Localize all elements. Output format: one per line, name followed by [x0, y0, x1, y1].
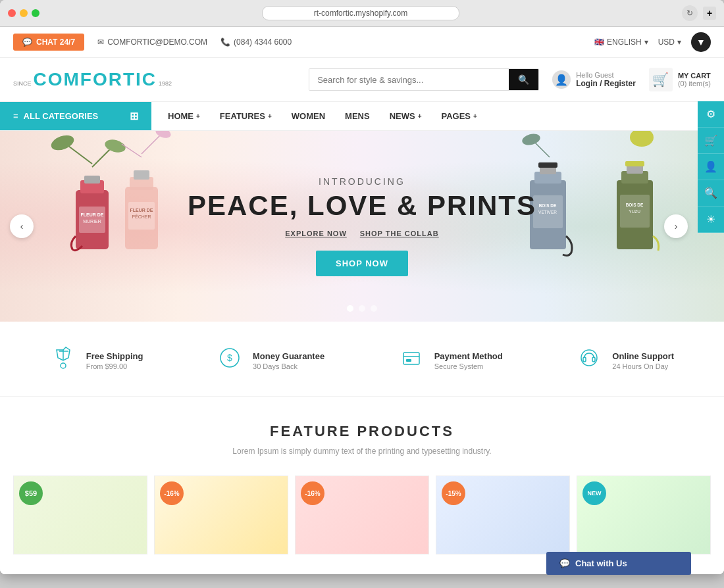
product-card-3[interactable]: -16% — [295, 476, 429, 554]
product-card-4[interactable]: -15% — [436, 476, 570, 554]
grid-icon: ⊞ — [130, 110, 138, 122]
nav-item-women[interactable]: WOMEN — [282, 103, 335, 129]
email-icon: ✉ — [97, 37, 104, 47]
svg-rect-35 — [625, 161, 644, 166]
minimize-button[interactable] — [20, 9, 28, 17]
sidebar-search-icon[interactable]: 🔍 — [698, 180, 724, 207]
nav-item-news[interactable]: NEWS + — [380, 103, 432, 129]
logo-year: 1982 — [159, 80, 172, 87]
features-dropdown-icon: + — [268, 112, 272, 120]
chat-widget[interactable]: 💬 Chat with Us — [546, 552, 691, 575]
svg-rect-46 — [583, 357, 586, 362]
email-text: COMFORTIC@DEMO.COM — [107, 37, 207, 47]
home-dropdown-icon: + — [196, 112, 200, 120]
explore-now-link[interactable]: EXPLORE NOW — [285, 230, 347, 237]
chat-button[interactable]: 💬 CHAT 24/7 — [13, 34, 84, 51]
hero-content: INTRODUCING PEACE, LOVE & PRINTS EXPLORE… — [188, 176, 536, 276]
all-categories-button[interactable]: ≡ ALL CATEGORIES ⊞ — [0, 102, 151, 130]
shop-now-button[interactable]: SHOP NOW — [316, 251, 408, 276]
search-input[interactable] — [309, 69, 509, 90]
news-dropdown-icon: + — [418, 112, 422, 120]
products-subtitle: Lorem Ipsum is simply dummy text of the … — [13, 447, 711, 456]
phone-icon: 📞 — [220, 37, 230, 47]
refresh-button[interactable]: ↻ — [682, 5, 698, 21]
product-card-2[interactable]: -16% — [154, 476, 288, 554]
user-greeting: Hello Guest — [576, 71, 636, 79]
payment-icon — [398, 345, 425, 376]
features-strip: Free Shipping From $99.00 $ Money — [0, 325, 724, 397]
navigation-bar: ≡ ALL CATEGORIES ⊞ HOME + FEATURES + — [0, 101, 724, 131]
carousel-dot-3[interactable] — [371, 305, 377, 312]
currency-chevron-icon: ▾ — [677, 37, 681, 47]
badge-price: $59 — [19, 481, 43, 505]
guarantee-icon: $ — [217, 345, 243, 376]
badge-new-1: NEW — [582, 481, 606, 505]
lang-chevron-icon: ▾ — [644, 37, 648, 47]
shipping-title: Free Shipping — [86, 351, 143, 361]
carousel-dot-1[interactable] — [347, 305, 353, 312]
svg-text:FLEUR DE: FLEUR DE — [130, 208, 153, 212]
chat-label: CHAT 24/7 — [36, 37, 75, 47]
chat-widget-icon: 💬 — [559, 558, 570, 568]
nav-item-pages[interactable]: PAGES + — [431, 103, 486, 129]
carousel-dot-2[interactable] — [359, 305, 365, 312]
product-card-1[interactable]: $59 — [13, 476, 147, 554]
login-register-link[interactable]: Login / Register — [576, 79, 636, 88]
shipping-icon — [50, 345, 76, 376]
address-bar[interactable] — [262, 6, 459, 20]
sidebar-cart-icon[interactable]: 🛒 — [698, 128, 724, 154]
new-tab-button[interactable]: + — [703, 7, 716, 20]
guarantee-title: Money Guarantee — [253, 351, 324, 361]
language-label: ENGLISH — [607, 37, 642, 47]
shop-collab-link[interactable]: SHOP THE COLLAB — [360, 230, 439, 237]
maximize-button[interactable] — [32, 9, 39, 17]
feature-shipping: Free Shipping From $99.00 — [50, 345, 143, 376]
carousel-next-button[interactable]: › — [664, 214, 688, 238]
support-icon — [576, 345, 602, 376]
cart-widget[interactable]: 🛒 MY CART (0) item(s) — [649, 68, 711, 91]
pages-dropdown-icon: + — [473, 112, 477, 120]
hero-intro: INTRODUCING — [188, 176, 536, 187]
sidebar-user-icon[interactable]: 👤 — [698, 154, 724, 180]
search-button[interactable]: 🔍 — [509, 69, 538, 90]
products-row: $59 -16% -16% — [13, 476, 711, 561]
svg-text:$: $ — [227, 353, 232, 363]
svg-line-10 — [142, 134, 161, 154]
cart-items: (0) item(s) — [678, 80, 711, 87]
logo-since: SINCE — [13, 80, 32, 87]
feature-support: Online Support 24 Hours On Day — [576, 345, 674, 376]
support-sub: 24 Hours On Day — [612, 362, 674, 370]
currency-label: USD — [658, 37, 675, 47]
language-selector[interactable]: 🇬🇧 ENGLISH ▾ — [594, 37, 648, 47]
currency-selector[interactable]: USD ▾ — [658, 37, 681, 47]
svg-point-39 — [61, 363, 66, 368]
phone-contact: 📞 (084) 4344 6000 — [220, 37, 292, 47]
right-sidebar: ⚙ 🛒 👤 🔍 ☀ — [698, 101, 724, 233]
svg-point-28 — [630, 131, 654, 147]
payment-title: Payment Method — [434, 351, 503, 361]
sidebar-settings-icon[interactable]: ⚙ — [698, 101, 724, 128]
svg-line-2 — [92, 147, 112, 167]
flag-icon: 🇬🇧 — [594, 37, 604, 47]
support-title: Online Support — [612, 351, 674, 361]
carousel-prev-button[interactable]: ‹ — [10, 214, 34, 238]
svg-text:VETIVER: VETIVER — [538, 210, 557, 214]
products-title: FEATURE PRODUCTS — [13, 423, 711, 440]
chat-icon: 💬 — [22, 37, 32, 47]
nav-item-home[interactable]: HOME + — [158, 103, 210, 129]
menu-icon: ≡ — [13, 111, 18, 121]
sidebar-theme-icon[interactable]: ☀ — [698, 207, 724, 233]
hero-title: PEACE, LOVE & PRINTS — [188, 192, 536, 220]
svg-rect-47 — [592, 357, 595, 362]
feature-guarantee: $ Money Guarantee 30 Days Back — [217, 345, 324, 376]
close-button[interactable] — [8, 9, 16, 17]
nav-item-mens[interactable]: MENS — [335, 103, 380, 129]
site-logo[interactable]: SINCE COMFORTIC 1982 — [13, 69, 172, 90]
svg-rect-6 — [84, 176, 100, 184]
svg-rect-24 — [538, 162, 557, 168]
profile-icon[interactable]: ▼ — [691, 32, 711, 52]
all-categories-label: ALL CATEGORIES — [24, 111, 99, 121]
shipping-sub: From $99.00 — [86, 362, 143, 370]
nav-item-features[interactable]: FEATURES + — [210, 103, 282, 129]
product-card-5[interactable]: NEW — [577, 476, 711, 554]
